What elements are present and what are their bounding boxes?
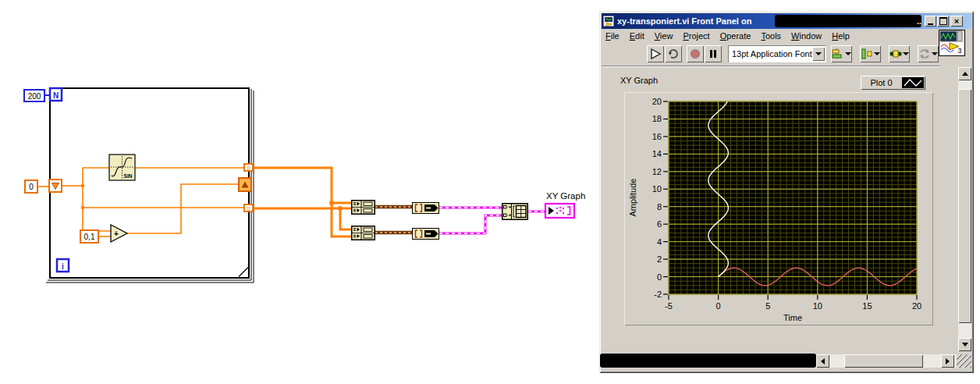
x-tick-label[interactable]: 5 bbox=[765, 301, 770, 311]
chevron-down-icon bbox=[903, 52, 909, 55]
x-tick-label[interactable]: -5 bbox=[665, 301, 673, 311]
plot-legend-line-sample[interactable] bbox=[902, 77, 924, 88]
loop-tunnel-top[interactable]: [] bbox=[244, 164, 253, 171]
run-continuous-button[interactable] bbox=[665, 45, 682, 62]
distribute-objects-icon bbox=[861, 48, 873, 60]
screenshot-root: 200 N 0 SIN + 0, bbox=[0, 0, 980, 384]
t-array-branch bbox=[340, 208, 351, 229]
menu-edit[interactable]: Edit bbox=[626, 30, 648, 41]
align-objects-icon bbox=[832, 48, 844, 60]
x-tick-label[interactable]: 20 bbox=[912, 301, 921, 311]
scroll-left-button[interactable] bbox=[816, 354, 829, 368]
align-objects-button[interactable] bbox=[831, 45, 852, 62]
y-tick-label[interactable]: 12 bbox=[652, 167, 662, 176]
shift-register-left[interactable] bbox=[49, 180, 62, 192]
count-terminal-N[interactable]: N bbox=[50, 88, 62, 101]
y-tick-label[interactable]: 4 bbox=[657, 237, 662, 247]
menu-window[interactable]: Window bbox=[787, 30, 826, 41]
menu-project[interactable]: Project bbox=[679, 30, 713, 41]
menu-operate[interactable]: Operate bbox=[716, 30, 755, 41]
pause-icon bbox=[710, 50, 712, 58]
block-diagram: 200 N 0 SIN + 0, bbox=[0, 0, 599, 384]
horizontal-scrollbar-thumb[interactable] bbox=[844, 354, 923, 368]
xy-graph-terminal[interactable] bbox=[545, 204, 574, 218]
front-panel-area: XY Graph Plot 0 -202468101214161820-5051… bbox=[602, 67, 958, 354]
svg-text:0,1: 0,1 bbox=[84, 233, 95, 241]
abort-button[interactable] bbox=[687, 45, 704, 62]
pause-button[interactable] bbox=[705, 45, 722, 62]
svg-text:i: i bbox=[62, 262, 64, 271]
menu-tools[interactable]: Tools bbox=[757, 30, 785, 41]
array-to-cluster-node-1[interactable] bbox=[413, 203, 439, 214]
sin-function[interactable]: SIN bbox=[109, 155, 135, 180]
vi-icon-image: 3 bbox=[939, 30, 963, 54]
run-continuous-icon bbox=[667, 48, 680, 60]
distribute-objects-button[interactable] bbox=[860, 45, 881, 62]
loop-tunnel-bottom[interactable]: [] bbox=[244, 204, 253, 212]
iteration-terminal[interactable]: i bbox=[57, 259, 69, 272]
init-constant[interactable]: 0 bbox=[25, 180, 37, 193]
triangle-left-icon bbox=[821, 358, 825, 364]
bundle-node-2[interactable] bbox=[352, 226, 375, 240]
increment-constant[interactable]: 0,1 bbox=[80, 230, 98, 243]
y-tick-label[interactable]: 18 bbox=[652, 114, 662, 123]
svg-text:N: N bbox=[53, 91, 59, 100]
maximize-button[interactable] bbox=[937, 16, 949, 27]
xy-graph-widget[interactable]: -202468101214161820-505101520 Amplitude … bbox=[624, 92, 933, 325]
build-array-node[interactable] bbox=[502, 204, 528, 220]
bundle-node-1[interactable] bbox=[352, 201, 375, 215]
menu-bar: File Edit View Project Operate Tools Win… bbox=[602, 30, 940, 42]
add-in-wire bbox=[83, 208, 111, 231]
front-panel-window: xy-transponiert.vi Front Panel on .. × F… bbox=[599, 11, 974, 373]
scroll-up-button[interactable] bbox=[958, 67, 971, 80]
plot-legend-label: Plot 0 bbox=[861, 78, 902, 87]
svg-text:[]: [] bbox=[247, 165, 250, 170]
y-tick-label[interactable]: -2 bbox=[654, 290, 662, 299]
close-button[interactable]: × bbox=[950, 16, 963, 27]
menu-file[interactable]: File bbox=[602, 30, 623, 41]
maximize-icon bbox=[939, 17, 947, 25]
scroll-right-button[interactable] bbox=[941, 354, 954, 368]
reorder-button[interactable] bbox=[918, 45, 939, 62]
chevron-down-icon bbox=[932, 52, 938, 55]
title-bar[interactable]: xy-transponiert.vi Front Panel on .. × bbox=[602, 13, 971, 29]
array-to-cluster-node-2[interactable] bbox=[413, 229, 439, 240]
menu-help[interactable]: Help bbox=[828, 30, 854, 41]
y-tick-label[interactable]: 0 bbox=[657, 272, 662, 282]
vi-icon[interactable]: 3 bbox=[939, 30, 965, 56]
graph-title-label[interactable]: XY Graph bbox=[620, 76, 658, 85]
plot-legend[interactable]: Plot 0 bbox=[861, 76, 925, 90]
y-tick-label[interactable]: 8 bbox=[657, 202, 662, 212]
y-tick-label[interactable]: 16 bbox=[652, 132, 662, 141]
shift-register-right[interactable] bbox=[239, 178, 251, 191]
x-tick-label[interactable]: 10 bbox=[813, 301, 822, 311]
font-selector[interactable]: 13pt Application Font bbox=[728, 45, 826, 62]
loop-count-constant[interactable]: 200 bbox=[24, 90, 44, 101]
x-tick-label[interactable]: 15 bbox=[862, 301, 872, 311]
window-resize-grip[interactable] bbox=[957, 354, 971, 368]
t-branch-wire bbox=[83, 186, 244, 208]
font-dropdown-button[interactable] bbox=[812, 47, 825, 61]
x-tick-label[interactable]: 0 bbox=[716, 301, 721, 311]
resize-objects-icon bbox=[889, 48, 902, 60]
close-icon: × bbox=[954, 17, 959, 25]
menu-view[interactable]: View bbox=[651, 30, 677, 41]
scroll-down-button[interactable] bbox=[958, 338, 971, 351]
minimize-button[interactable] bbox=[925, 16, 936, 27]
resize-objects-button[interactable] bbox=[889, 45, 910, 62]
cluster-wires bbox=[375, 207, 412, 233]
window-title-trail: .. bbox=[917, 16, 921, 26]
vertical-scrollbar-thumb[interactable] bbox=[958, 89, 971, 323]
y-tick-label[interactable]: 20 bbox=[652, 97, 662, 106]
y-tick-label[interactable]: 14 bbox=[652, 149, 662, 158]
pause-icon-bar2 bbox=[714, 50, 716, 58]
y-tick-label[interactable]: 10 bbox=[652, 184, 662, 194]
xy-graph-terminal-label: XY Graph bbox=[546, 191, 585, 201]
y-tick-label[interactable]: 6 bbox=[657, 219, 662, 229]
add-function[interactable]: + bbox=[111, 225, 127, 242]
font-selector-value: 13pt Application Font bbox=[732, 49, 812, 59]
run-button[interactable] bbox=[647, 45, 664, 62]
y-tick-label[interactable]: 2 bbox=[657, 254, 662, 264]
xy-graph-plot[interactable]: -202468101214161820-505101520 bbox=[624, 92, 933, 325]
title-redaction bbox=[775, 15, 921, 27]
